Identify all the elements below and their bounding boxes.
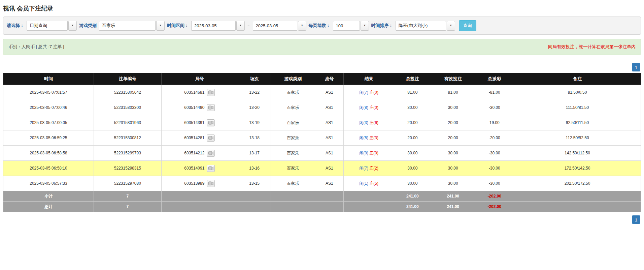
round-id-text: 603514681 [184, 90, 204, 95]
pagination-bottom: 1 [4, 215, 640, 224]
chevron-down-icon: ▼ [301, 24, 303, 27]
game-type-input[interactable] [99, 21, 156, 31]
cell-game-type: 百家乐 [271, 176, 315, 191]
subtotal-row: 小计 7 241.00 241.00 -202.00 [3, 191, 641, 202]
video-replay-icon[interactable] [207, 104, 215, 111]
result-banker: 庄(2) [369, 166, 378, 171]
cell-empty [344, 191, 394, 202]
currency-total-text: 币别：人民币 | 总共 :7 注单 | [8, 44, 64, 50]
cell-empty [238, 191, 271, 202]
table-row: 2025-03-05 07:00:05 522315301963 6035143… [3, 115, 641, 130]
cell-payout: -20.00 [475, 130, 514, 146]
cell-time: 2025-03-05 06:59:25 [3, 130, 94, 146]
per-page-dropdown-button[interactable]: ▼ [361, 21, 369, 31]
cell-result: 闲(7) 庄(2) [344, 161, 394, 176]
cell-payout: -30.00 [475, 100, 514, 115]
search-button[interactable]: 查询 [459, 20, 476, 31]
bet-records-table: 时间 注单编号 局号 场次 游戏类别 桌号 结果 总投注 有效投注 总派彩 备注… [3, 73, 641, 212]
video-replay-icon[interactable] [207, 150, 215, 157]
cell-time: 2025-03-05 07:00:05 [3, 115, 94, 130]
round-id-text: 603514212 [184, 151, 204, 155]
col-header-total-bet: 总投注 [394, 73, 431, 85]
col-header-payout: 总派彩 [475, 73, 514, 85]
cell-empty [514, 202, 641, 212]
col-header-table-no: 桌号 [315, 73, 344, 85]
sort-label: 时间排序： [371, 23, 393, 29]
sort-dropdown-button[interactable]: ▼ [447, 21, 455, 31]
table-row: 2025-03-05 06:59:25 522315300812 6035142… [3, 130, 641, 146]
per-page-input[interactable] [333, 21, 360, 31]
cell-note: 81.50/0.50 [514, 85, 641, 100]
cell-result: 闲(7) 庄(0) [344, 85, 394, 100]
col-header-note: 备注 [514, 73, 641, 85]
result-player: 闲(9) [359, 151, 368, 155]
date-to-input[interactable] [253, 21, 297, 31]
col-header-result: 结果 [344, 73, 394, 85]
video-replay-icon[interactable] [207, 134, 215, 142]
cell-table-no: AS1 [315, 176, 344, 191]
col-header-bet-id: 注单编号 [94, 73, 161, 85]
cell-game-type: 百家乐 [271, 146, 315, 161]
cell-total-bet[interactable]: 20.00 [394, 115, 431, 130]
cell-round-id: 603513989 [161, 176, 238, 191]
cell-time: 2025-03-05 06:58:58 [3, 146, 94, 161]
subtotal-payout: -202.00 [475, 191, 514, 202]
cell-round-id: 603514091 [161, 161, 238, 176]
date-to-dropdown-button[interactable]: ▼ [298, 21, 306, 31]
query-type-label: 请选择： [7, 23, 24, 29]
video-replay-icon[interactable] [207, 165, 215, 172]
cell-round-id: 603514490 [161, 100, 238, 115]
cell-total-bet[interactable]: 30.00 [394, 100, 431, 115]
date-from-dropdown-button[interactable]: ▼ [236, 21, 245, 31]
table-body: 2025-03-05 07:01:57 522315305642 6035146… [3, 85, 641, 191]
cell-empty [514, 191, 641, 202]
sort-input[interactable] [396, 21, 446, 31]
cell-total-bet[interactable]: 30.00 [394, 176, 431, 191]
cell-round-id: 603514212 [161, 146, 238, 161]
cell-valid-bet: 20.00 [431, 130, 475, 146]
video-replay-icon[interactable] [207, 89, 215, 96]
result-banker: 庄(0) [369, 105, 378, 110]
cell-bet-id: 522315305642 [94, 85, 161, 100]
cell-session: 13-17 [238, 146, 271, 161]
cell-round-id: 603514681 [161, 85, 238, 100]
cell-time: 2025-03-05 06:57:33 [3, 176, 94, 191]
cell-session: 13-22 [238, 85, 271, 100]
per-page-combo: ▼ [333, 21, 369, 31]
query-type-dropdown-button[interactable]: ▼ [68, 21, 77, 31]
col-header-valid-bet: 有效投注 [431, 73, 475, 85]
page-1-button[interactable]: 1 [632, 63, 640, 71]
page-1-button[interactable]: 1 [632, 215, 640, 224]
cell-table-no: AS1 [315, 130, 344, 146]
game-type-label: 游戏类别 [79, 23, 97, 29]
total-payout: -202.00 [475, 202, 514, 212]
cell-bet-id: 522315303300 [94, 100, 161, 115]
video-replay-icon[interactable] [207, 119, 215, 126]
cell-bet-id: 522315300812 [94, 130, 161, 146]
total-count: 7 [94, 202, 161, 212]
cell-table-no: AS1 [315, 85, 344, 100]
cell-valid-bet: 20.00 [431, 115, 475, 130]
table-row: 2025-03-05 06:58:58 522315299793 6035142… [3, 146, 641, 161]
cell-valid-bet: 30.00 [431, 100, 475, 115]
cell-result: 闲(9) 庄(0) [344, 146, 394, 161]
result-player: 闲(8) [359, 105, 368, 110]
date-from-input[interactable] [191, 21, 236, 31]
col-header-time: 时间 [3, 73, 94, 85]
round-id-text: 603514490 [184, 105, 204, 110]
filter-panel: 请选择： ▼ 游戏类别 ▼ 时间区间： ▼ ~ ▼ 每页笔数： ▼ 时间排序： … [3, 17, 641, 35]
round-id-text: 603514281 [184, 136, 204, 140]
chevron-down-icon: ▼ [239, 24, 242, 27]
cell-session: 13-19 [238, 115, 271, 130]
cell-table-no: AS1 [315, 161, 344, 176]
game-type-dropdown-button[interactable]: ▼ [156, 21, 165, 31]
query-type-input[interactable] [27, 21, 68, 31]
cell-total-bet[interactable]: 30.00 [394, 146, 431, 161]
cell-total-bet[interactable]: 81.00 [394, 85, 431, 100]
cell-payout: 19.00 [475, 115, 514, 130]
cell-total-bet[interactable]: 30.00 [394, 161, 431, 176]
cell-total-bet[interactable]: 20.00 [394, 130, 431, 146]
video-replay-icon[interactable] [207, 180, 215, 187]
round-id-text: 603514091 [184, 166, 204, 171]
cell-note: 112.50/92.50 [514, 130, 641, 146]
